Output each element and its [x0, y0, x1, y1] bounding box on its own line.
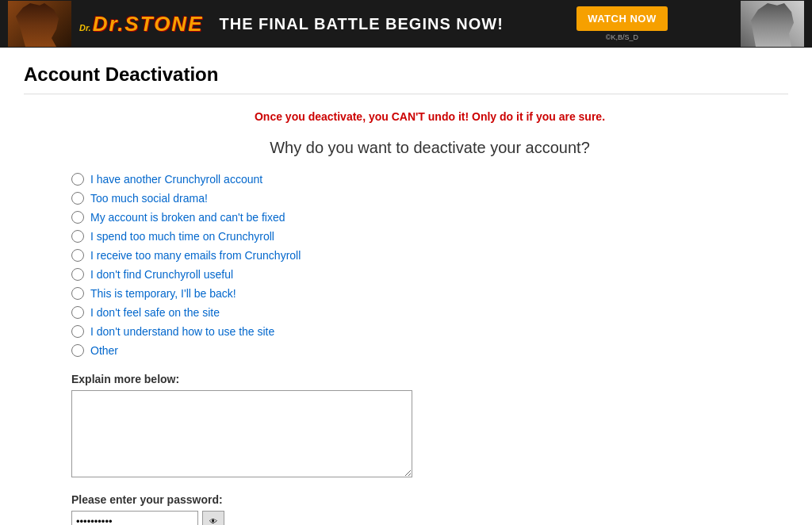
- radio-label-7[interactable]: I don't feel safe on the site: [90, 306, 220, 319]
- explain-label: Explain more below:: [71, 373, 788, 385]
- radio-label-6[interactable]: This is temporary, I'll be back!: [90, 287, 236, 300]
- radio-item: I don't understand how to use the site: [71, 325, 788, 338]
- radio-label-3[interactable]: I spend too much time on Crunchyroll: [90, 230, 274, 243]
- banner-tagline: THE FINAL BATTLE BEGINS NOW!: [219, 15, 503, 33]
- main-content: Account Deactivation Once you deactivate…: [0, 48, 812, 525]
- radio-input-7[interactable]: [71, 306, 84, 319]
- radio-input-5[interactable]: [71, 268, 84, 281]
- radio-input-9[interactable]: [71, 344, 84, 357]
- warning-text: Once you deactivate, you CAN'T undo it! …: [71, 110, 788, 123]
- radio-item: Too much social drama!: [71, 192, 788, 205]
- banner-character-left: [8, 1, 71, 47]
- radio-label-1[interactable]: Too much social drama!: [90, 192, 208, 205]
- banner-logo: Dr.STONE: [93, 12, 204, 36]
- radio-input-0[interactable]: [71, 173, 84, 186]
- radio-item: I receive too many emails from Crunchyro…: [71, 249, 788, 262]
- radio-input-2[interactable]: [71, 211, 84, 224]
- radio-item: I don't feel safe on the site: [71, 306, 788, 319]
- banner: Dr. Dr.STONE THE FINAL BATTLE BEGINS NOW…: [0, 0, 812, 48]
- page-title: Account Deactivation: [24, 63, 788, 94]
- radio-label-5[interactable]: I don't find Crunchyroll useful: [90, 268, 233, 281]
- banner-right: WATCH NOW ©K,B/S_D: [576, 6, 668, 41]
- radio-input-1[interactable]: [71, 192, 84, 205]
- banner-copyright: ©K,B/S_D: [606, 33, 638, 41]
- question-text: Why do you want to deactivate your accou…: [71, 139, 788, 157]
- watch-now-button[interactable]: WATCH NOW: [576, 6, 668, 31]
- banner-left: Dr. Dr.STONE THE FINAL BATTLE BEGINS NOW…: [8, 1, 504, 47]
- radio-label-8[interactable]: I don't understand how to use the site: [90, 325, 274, 338]
- radio-item: Other: [71, 344, 788, 357]
- radio-input-6[interactable]: [71, 287, 84, 300]
- radio-item: I have another Crunchyroll account: [71, 173, 788, 186]
- radio-item: I don't find Crunchyroll useful: [71, 268, 788, 281]
- radio-input-4[interactable]: [71, 249, 84, 262]
- banner-dr: Dr.: [79, 23, 91, 33]
- password-label: Please enter your password:: [71, 493, 788, 506]
- radio-item: This is temporary, I'll be back!: [71, 287, 788, 300]
- radio-item: I spend too much time on Crunchyroll: [71, 230, 788, 243]
- password-show-button[interactable]: 👁: [202, 511, 224, 525]
- radio-label-4[interactable]: I receive too many emails from Crunchyro…: [90, 249, 301, 262]
- eye-icon: 👁: [209, 517, 217, 526]
- radio-group: I have another Crunchyroll accountToo mu…: [71, 173, 788, 357]
- radio-label-9[interactable]: Other: [90, 344, 118, 357]
- explain-textarea[interactable]: [71, 390, 412, 477]
- radio-label-2[interactable]: My account is broken and can't be fixed: [90, 211, 285, 224]
- banner-character-right: [741, 1, 804, 47]
- radio-item: My account is broken and can't be fixed: [71, 211, 788, 224]
- radio-label-0[interactable]: I have another Crunchyroll account: [90, 173, 262, 186]
- form-section: Once you deactivate, you CAN'T undo it! …: [71, 110, 788, 525]
- radio-input-3[interactable]: [71, 230, 84, 243]
- password-input[interactable]: [71, 511, 198, 525]
- radio-input-8[interactable]: [71, 325, 84, 338]
- password-row: 👁: [71, 511, 788, 525]
